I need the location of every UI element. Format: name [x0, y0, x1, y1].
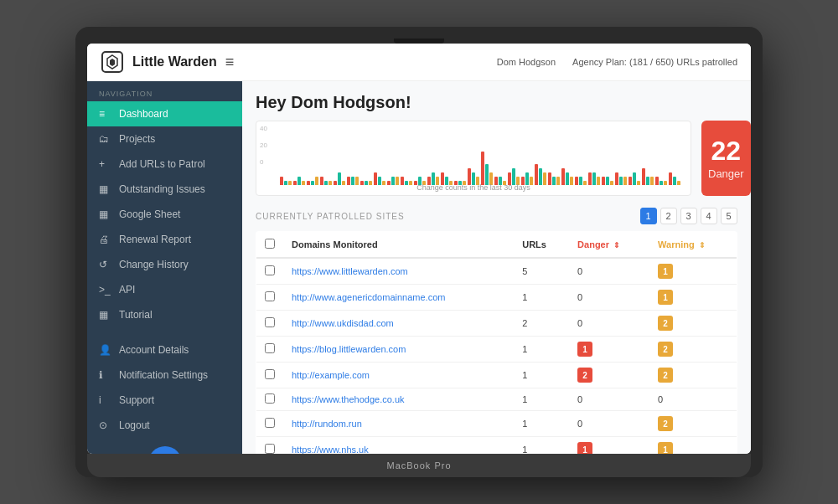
chart-bars	[277, 128, 684, 185]
bar-danger	[561, 168, 565, 185]
sidebar-item-renewal-report[interactable]: 🖨 Renewal Report	[87, 227, 242, 252]
chat-button[interactable]: 💬	[148, 446, 182, 454]
row-checkbox[interactable]	[265, 265, 275, 275]
chart-bar-group	[481, 152, 493, 185]
table-row: http://example.com122	[256, 363, 737, 388]
row-checkbox[interactable]	[265, 369, 275, 379]
page-btn-4[interactable]: 4	[701, 208, 717, 224]
cell-urls: 5	[514, 258, 569, 285]
warning-badge: 2	[658, 416, 673, 431]
select-all-checkbox[interactable]	[265, 239, 275, 249]
app: Little Warden ≡ Dom Hodgson Agency Plan:…	[87, 44, 751, 454]
warning-sort-icon: ⇕	[699, 241, 706, 249]
cell-domain[interactable]: https://www.thehodge.co.uk	[283, 388, 514, 411]
danger-sort-icon: ⇕	[613, 241, 620, 249]
warning-badge: 2	[658, 368, 673, 383]
cell-domain[interactable]: https://www.nhs.uk	[283, 437, 514, 455]
data-table: Domains Monitored URLs Danger ⇕ Warning …	[256, 231, 737, 454]
page-btn-5[interactable]: 5	[721, 208, 737, 224]
cell-domain[interactable]: http://rundom.run	[283, 411, 514, 437]
logo-icon	[101, 50, 124, 74]
sidebar-item-label: API	[119, 284, 135, 296]
sidebar-item-account-details[interactable]: 👤 Account Details	[87, 337, 242, 363]
dashboard-icon: ≡	[99, 108, 112, 120]
page-btn-2[interactable]: 2	[660, 208, 677, 224]
sidebar-item-api[interactable]: >_ API	[87, 277, 242, 302]
row-checkbox[interactable]	[265, 291, 275, 301]
sidebar-item-support[interactable]: i Support	[87, 388, 242, 413]
cell-domain[interactable]: http://www.agenericdomainname.com	[283, 285, 514, 311]
th-domain: Domains Monitored	[283, 232, 514, 259]
laptop-base: MacBook Pro	[87, 454, 751, 477]
cell-danger: 2	[569, 363, 649, 388]
sidebar-item-logout[interactable]: ⊙ Logout	[87, 413, 242, 438]
cell-urls: 1	[514, 337, 569, 363]
row-checkbox[interactable]	[265, 317, 275, 327]
th-danger[interactable]: Danger ⇕	[569, 232, 649, 259]
cell-warning: 1	[649, 258, 737, 285]
laptop-frame: Little Warden ≡ Dom Hodgson Agency Plan:…	[75, 27, 763, 477]
hamburger-icon[interactable]: ≡	[225, 54, 235, 71]
cell-domain[interactable]: http://example.com	[283, 363, 514, 388]
sidebar-nav-label: NAVIGATION	[87, 81, 242, 101]
row-checkbox[interactable]	[265, 444, 275, 454]
plan-info: Agency Plan: (181 / 650) URLs patrolled	[572, 57, 737, 67]
y-label-40: 40	[260, 125, 267, 132]
main-layout: NAVIGATION ≡ Dashboard 🗂 Projects + Add …	[87, 81, 751, 454]
row-checkbox[interactable]	[265, 393, 275, 404]
cell-danger: 1	[569, 437, 649, 455]
chart-label: Change counts in the last 30 days	[256, 183, 691, 192]
cell-urls: 1	[514, 285, 569, 311]
sidebar-item-label: Projects	[119, 133, 155, 145]
cell-danger: 0	[569, 388, 649, 411]
sidebar-item-label: Tutorial	[119, 309, 153, 321]
issues-icon: ▦	[99, 183, 112, 195]
renewal-icon: 🖨	[99, 234, 112, 245]
row-checkbox[interactable]	[265, 343, 275, 353]
row-checkbox[interactable]	[265, 418, 275, 428]
table-row: http://rundom.run102	[256, 411, 737, 437]
sidebar-item-change-history[interactable]: ↺ Change History	[87, 252, 242, 277]
bar-ok	[485, 164, 489, 185]
chart-bar-group	[561, 168, 573, 185]
bar-danger	[642, 168, 645, 185]
laptop-screen: Little Warden ≡ Dom Hodgson Agency Plan:…	[87, 44, 751, 454]
cell-warning: 1	[649, 285, 737, 311]
sheet-icon: ▦	[99, 208, 112, 220]
sidebar-item-outstanding-issues[interactable]: ▦ Outstanding Issues	[87, 177, 242, 202]
th-warning[interactable]: Warning ⇕	[649, 232, 737, 259]
sidebar-item-notification-settings[interactable]: ℹ Notification Settings	[87, 363, 242, 388]
chart-bar-group	[535, 164, 546, 185]
warning-badge: 2	[658, 316, 673, 331]
projects-icon: 🗂	[99, 133, 112, 145]
sidebar-item-projects[interactable]: 🗂 Projects	[87, 126, 242, 152]
history-icon: ↺	[99, 259, 112, 270]
sidebar-item-tutorial[interactable]: ▦ Tutorial	[87, 302, 242, 327]
stats-row: 40 20 0 Change counts in the last 30 day…	[256, 121, 737, 196]
sidebar-item-dashboard[interactable]: ≡ Dashboard	[87, 101, 242, 126]
sidebar-item-label: Renewal Report	[119, 234, 191, 245]
sidebar-item-label: Outstanding Issues	[119, 183, 205, 195]
bar-danger	[468, 168, 471, 185]
logout-icon: ⊙	[99, 419, 112, 431]
cell-domain[interactable]: https://blog.littlewarden.com	[283, 337, 514, 363]
sidebar-item-label: Account Details	[119, 344, 189, 356]
table-row: https://www.littlewarden.com501	[256, 258, 737, 285]
cell-domain[interactable]: http://www.ukdisdad.com	[283, 311, 514, 337]
sidebar-item-add-urls[interactable]: + Add URLs to Patrol	[87, 152, 242, 177]
y-label-20: 20	[260, 141, 267, 149]
cell-warning: 1	[649, 437, 737, 455]
danger-label: Danger	[708, 167, 744, 180]
page-btn-3[interactable]: 3	[680, 208, 697, 224]
section-title: CURRENTLY PATROLLED SITES	[256, 212, 405, 221]
page-btn-1[interactable]: 1	[640, 208, 657, 224]
add-icon: +	[99, 158, 112, 170]
table-row: http://www.ukdisdad.com202	[256, 311, 737, 337]
table-row: https://www.thehodge.co.uk100	[256, 388, 737, 411]
danger-count: 22	[711, 137, 742, 164]
top-bar-right: Dom Hodgson Agency Plan: (181 / 650) URL…	[497, 57, 737, 67]
cell-domain[interactable]: https://www.littlewarden.com	[283, 258, 514, 285]
sidebar-item-google-sheet[interactable]: ▦ Google Sheet	[87, 202, 242, 227]
notification-icon: ℹ	[99, 369, 112, 381]
cell-urls: 1	[514, 411, 569, 437]
